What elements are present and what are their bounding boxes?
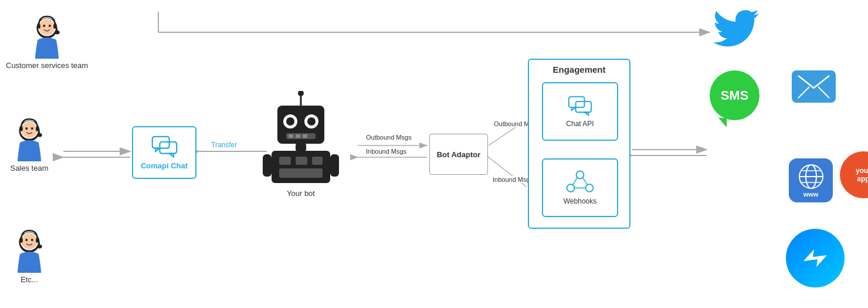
svg-point-34 bbox=[25, 239, 28, 241]
globe-icon bbox=[798, 164, 824, 189]
svg-rect-36 bbox=[20, 238, 23, 243]
svg-point-26 bbox=[25, 127, 28, 130]
inbound-msgs-bot-label: Inbound Msgs bbox=[365, 148, 408, 155]
sms-icon: SMS bbox=[710, 70, 760, 120]
customer-services-agent: Customer services team bbox=[6, 12, 88, 71]
engagement-title: Engagement bbox=[529, 60, 629, 77]
svg-point-33 bbox=[21, 233, 37, 249]
bot-adaptor-label: Bot Adaptor bbox=[437, 150, 481, 159]
messenger-bubble bbox=[786, 229, 845, 287]
sms-bubble: SMS bbox=[710, 70, 760, 120]
svg-point-44 bbox=[298, 91, 304, 96]
your-bot-container: Your bot bbox=[263, 91, 339, 198]
svg-marker-65 bbox=[585, 112, 589, 115]
sales-team-label: Sales team bbox=[10, 164, 48, 174]
chat-api-box: Chat API bbox=[542, 82, 618, 141]
svg-rect-56 bbox=[263, 154, 272, 177]
svg-point-48 bbox=[286, 117, 294, 126]
svg-point-49 bbox=[307, 117, 316, 126]
svg-rect-28 bbox=[20, 127, 23, 131]
svg-point-30 bbox=[38, 133, 42, 137]
webhooks-box: Webhooks bbox=[542, 158, 618, 217]
svg-marker-42 bbox=[169, 153, 173, 156]
svg-point-27 bbox=[31, 127, 33, 130]
svg-rect-20 bbox=[38, 24, 40, 29]
your-bot-label: Your bot bbox=[287, 189, 315, 198]
svg-rect-51 bbox=[289, 134, 293, 138]
svg-rect-60 bbox=[312, 157, 323, 165]
svg-point-25 bbox=[21, 122, 37, 138]
agent-2-icon bbox=[6, 114, 53, 161]
svg-point-19 bbox=[49, 25, 51, 27]
agent-3-icon bbox=[6, 226, 53, 273]
transfer-label: Transfer bbox=[211, 141, 237, 149]
svg-point-17 bbox=[39, 19, 55, 35]
svg-point-66 bbox=[567, 184, 575, 192]
svg-rect-54 bbox=[296, 144, 306, 151]
svg-point-68 bbox=[577, 171, 584, 179]
bot-adaptor-box: Bot Adaptor bbox=[429, 134, 488, 175]
etc-agent: Etc... bbox=[6, 226, 53, 285]
svg-rect-52 bbox=[296, 134, 300, 138]
comapi-chat-label: Comapi Chat bbox=[141, 161, 188, 170]
twitter-icon bbox=[713, 9, 760, 49]
webhooks-icon bbox=[566, 170, 594, 194]
svg-point-38 bbox=[38, 245, 42, 248]
agent-1-icon bbox=[23, 12, 70, 59]
customer-services-label: Customer services team bbox=[6, 61, 88, 71]
svg-rect-53 bbox=[303, 134, 307, 138]
webhooks-label: Webhooks bbox=[564, 197, 596, 205]
chat-api-label: Chat API bbox=[566, 120, 594, 128]
svg-line-71 bbox=[583, 178, 588, 185]
svg-rect-58 bbox=[279, 157, 291, 165]
comapi-chat-box: Comapi Chat bbox=[132, 126, 196, 179]
www-icon: www bbox=[789, 158, 833, 202]
messenger-bolt-icon bbox=[798, 241, 833, 276]
chat-api-icon bbox=[568, 96, 592, 116]
etc-label: Etc... bbox=[21, 275, 38, 285]
messenger-icon bbox=[786, 229, 845, 287]
yourapp-icon: your app bbox=[840, 151, 868, 198]
yourapp-bubble: your app bbox=[840, 151, 868, 198]
svg-point-22 bbox=[55, 31, 60, 34]
svg-point-67 bbox=[586, 184, 594, 192]
diagram-canvas: Customer services team Sales team bbox=[0, 0, 868, 308]
svg-rect-59 bbox=[296, 157, 307, 165]
outbound-msgs-bot-label: Outbound Msgs bbox=[365, 134, 413, 141]
svg-point-18 bbox=[43, 25, 45, 27]
sales-team-agent: Sales team bbox=[6, 114, 53, 174]
svg-rect-55 bbox=[272, 151, 330, 183]
robot-icon bbox=[263, 91, 339, 188]
svg-rect-61 bbox=[279, 168, 323, 178]
svg-rect-57 bbox=[330, 154, 339, 177]
svg-line-70 bbox=[572, 178, 577, 185]
engagement-box: Engagement Chat API Webhooks bbox=[528, 59, 630, 229]
email-box bbox=[792, 70, 836, 103]
comapi-chat-icon bbox=[151, 136, 178, 158]
svg-point-35 bbox=[31, 239, 33, 241]
www-box: www bbox=[789, 158, 833, 202]
email-icon bbox=[792, 70, 836, 103]
